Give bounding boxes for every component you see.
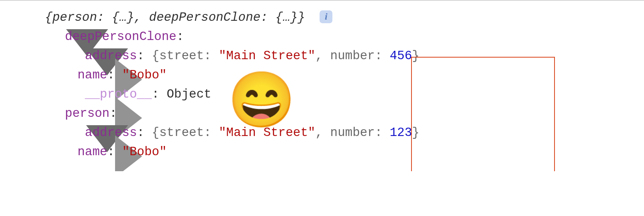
property-deepPersonClone-proto[interactable]: __proto__: Object — [27, 85, 644, 104]
expand-down-icon[interactable] — [27, 11, 36, 20]
number-value: 456 — [390, 49, 412, 63]
smiley-emoji-icon: 😄 — [228, 77, 296, 131]
object-summary-row[interactable]: {person: {…}, deepPersonClone: {…}} i — [27, 8, 644, 27]
expand-down-icon[interactable] — [47, 30, 56, 39]
string-value: "Main Street" — [219, 49, 316, 63]
info-icon[interactable]: i — [320, 10, 332, 23]
property-key: name — [78, 145, 107, 159]
property-deepPersonClone-address[interactable]: address: {street: "Main Street", number:… — [27, 46, 644, 66]
string-value: "Bobo" — [122, 145, 167, 159]
property-key: address — [85, 49, 137, 63]
property-key: person — [65, 106, 110, 120]
expand-right-icon[interactable] — [67, 126, 76, 135]
expand-down-icon[interactable] — [47, 107, 56, 116]
expand-right-icon[interactable] — [67, 50, 76, 58]
inline-key: street — [159, 49, 204, 63]
object-value: Object — [167, 87, 211, 101]
inline-key: number — [330, 49, 375, 63]
property-key: name — [78, 68, 107, 82]
property-person-address[interactable]: address: {street: "Main Street", number:… — [27, 123, 644, 142]
string-value: "Bobo" — [122, 68, 167, 82]
property-key: address — [85, 126, 137, 140]
inline-key: street — [159, 126, 204, 140]
object-summary: {person: {…}, deepPersonClone: {…}} — [45, 10, 305, 24]
property-deepPersonClone-name: name: "Bobo" — [27, 66, 644, 85]
property-key: __proto__ — [85, 87, 152, 101]
number-value: 123 — [390, 126, 412, 140]
property-person[interactable]: person: — [27, 104, 644, 123]
property-person-name: name: "Bobo" — [27, 142, 644, 162]
property-deepPersonClone[interactable]: deepPersonClone: — [27, 27, 644, 46]
property-key: deepPersonClone — [65, 30, 177, 44]
expand-right-icon[interactable] — [67, 88, 76, 97]
inline-key: number — [330, 126, 375, 140]
